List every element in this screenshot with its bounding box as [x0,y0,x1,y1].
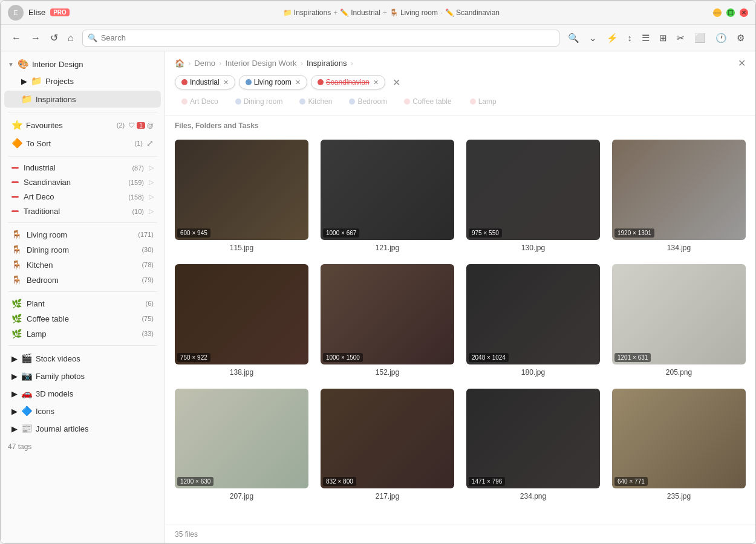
titlebar-tab-3[interactable]: 🪑Living room [389,8,438,17]
sidebar-collection-3d-models[interactable]: ▶ 🚗 3D models [4,385,161,402]
file-item[interactable]: 640 × 771 235.jpg [612,389,746,501]
file-item[interactable]: 1000 × 667 121.jpg [321,140,454,252]
inactive-tag-dining-room[interactable]: Dining room [229,94,290,109]
search-input[interactable] [101,33,554,42]
sidebar-collection-stock-videos[interactable]: ▶ 🎬 Stock videos [4,350,161,367]
back-button[interactable]: ← [8,30,25,46]
inactive-tag-kitchen[interactable]: Kitchen [293,94,339,109]
sidebar-tag-scandinavian[interactable]: Scandinavian (159) ▷ [4,175,161,189]
search-toggle-button[interactable]: 🔍 [564,30,583,46]
room-icon: 🪑 [11,230,22,239]
tag-chip-close-icon[interactable]: ✕ [373,79,379,86]
sidebar-room-living-room[interactable]: 🪑 Living room (171) [4,227,161,242]
suggest-tag-coffee-table[interactable]: Coffee table [397,94,458,109]
sidebar-object-lamp[interactable]: 🌿 Lamp (33) [4,326,161,341]
file-item[interactable]: 1471 × 796 234.png [466,389,600,501]
sidebar-room-kitchen[interactable]: 🪑 Kitchen (78) [4,257,161,272]
file-item[interactable]: 1201 × 631 205.png [612,264,746,377]
tag-chip-close-icon[interactable]: ✕ [223,79,229,86]
sidebar-object-plant[interactable]: 🌿 Plant (6) [4,296,161,311]
chevron-right-icon: ▶ [11,424,18,433]
sidebar-collection-icons[interactable]: ▶ 🔷 Icons [4,403,161,419]
sidebar-object-coffee-table[interactable]: 🌿 Coffee table (75) [4,311,161,326]
titlebar-tab-2[interactable]: ✏️Industrial [340,8,380,17]
lightning-button[interactable]: ⚡ [603,30,622,46]
split-button[interactable]: ⬜ [691,30,709,46]
sort-button[interactable]: ↕ [624,30,636,46]
file-item[interactable]: 1920 × 1301 134.jpg [612,140,746,252]
titlebar-tab-1[interactable]: 📁Inspirations [283,8,331,17]
columns-button[interactable]: ⊞ [656,30,671,46]
sidebar-collection-journal-articles[interactable]: ▶ 📰 Journal articles [4,420,161,437]
inactive-tag-bedroom[interactable]: Bedroom [342,94,394,109]
inactive-tag-dot [299,99,305,105]
file-item[interactable]: 600 × 945 115.jpg [175,140,308,252]
file-item[interactable]: 1200 × 630 207.jpg [175,389,308,501]
sidebar-tag-industrial[interactable]: Industrial (87) ▷ [4,161,161,175]
forward-button[interactable]: → [27,30,44,46]
close-tags-row-button[interactable]: ✕ [393,77,400,88]
settings-button[interactable]: ⚙ [733,30,748,46]
room-count: (79) [142,276,154,283]
sidebar-item-projects[interactable]: ▶ 📁 Projects [4,73,161,89]
room-count: (78) [142,261,154,268]
filter-down-button[interactable]: ⌄ [585,30,601,46]
inactive-tag-dot [349,99,355,105]
file-item[interactable]: 975 × 550 130.jpg [466,140,600,252]
content-pane: 🏠 › Demo › Interior Design Work › Inspir… [165,51,755,543]
list-view-button[interactable]: ☰ [638,30,653,46]
room-icon: 🪑 [11,275,22,285]
home-button[interactable]: ⌂ [64,30,77,46]
breadcrumb-demo[interactable]: Demo [194,59,215,68]
maximize-button[interactable]: □ [726,8,735,17]
inactive-tag-art-deco[interactable]: Art Deco [175,94,225,109]
content-footer: 35 files [165,525,755,543]
close-header-button[interactable]: ✕ [738,57,746,69]
object-icon: 🌿 [11,329,22,338]
tag-chip-living-room[interactable]: Living room ✕ [239,75,307,89]
cut-button[interactable]: ✂ [673,30,688,46]
sort-icon: ⤢ [146,138,154,148]
breadcrumb-home[interactable]: 🏠 [175,59,184,68]
tag-count: (159) [128,179,144,186]
file-item[interactable]: 1000 × 1500 152.jpg [321,264,454,377]
search-bar[interactable]: 🔍 [82,30,559,47]
sidebar-root-toggle[interactable]: ▼ 🎨 Interior Design [1,56,165,72]
collection-icon: 📷 [21,371,32,381]
titlebar-tab-4[interactable]: ✏️Scandinavian [445,8,500,17]
favourites-badges: 🛡 1 @ [128,121,154,129]
sidebar-tag-art-deco[interactable]: Art Deco (158) ▷ [4,190,161,204]
file-item[interactable]: 750 × 922 138.jpg [175,264,308,377]
file-thumbnail: 2048 × 1024 [466,264,600,364]
file-item[interactable]: 2048 × 1024 180.jpg [466,264,600,377]
sidebar-collection-family-photos[interactable]: ▶ 📷 Family photos [4,368,161,384]
sidebar-room-dining-room[interactable]: 🪑 Dining room (30) [4,242,161,257]
sidebar-item-favourites[interactable]: ⭐ Favourites (2) 🛡 1 @ [4,117,161,134]
file-dimensions: 600 × 945 [177,228,210,238]
minimize-button[interactable]: — [713,8,722,17]
refresh-button[interactable]: ↺ [47,30,62,46]
suggest-tag-lamp[interactable]: Lamp [463,94,503,109]
favourites-icon: ⭐ [11,120,22,131]
file-thumbnail: 1000 × 667 [321,140,454,240]
history-button[interactable]: 🕐 [712,30,731,46]
user-name: Elise [28,8,45,17]
sidebar-tag-traditional[interactable]: Traditional (10) ▷ [4,204,161,218]
tab-sep-2: + [383,8,387,17]
tag-chip-industrial[interactable]: Industrial ✕ [175,75,235,89]
tag-chip-close-icon[interactable]: ✕ [295,79,301,86]
tag-chip-scandinavian[interactable]: Scandinavian ✕ [311,75,385,89]
file-item[interactable]: 832 × 800 217.jpg [321,389,454,501]
arrow-icon: ▷ [149,193,154,201]
sidebar-room-bedroom[interactable]: 🪑 Bedroom (79) [4,273,161,287]
object-label: Lamp [27,329,137,338]
tag-count-label: 47 tags [8,442,31,451]
sidebar-item-tosort[interactable]: 🔶 To Sort (1) ⤢ [4,135,161,152]
breadcrumb-idw[interactable]: Interior Design Work [225,59,296,68]
breadcrumb-inspirations[interactable]: Inspirations [307,59,347,68]
sidebar-item-inspirations[interactable]: 📁 Inspirations [4,91,161,108]
divider-1 [8,112,157,112]
tag-label: Industrial [24,163,127,172]
close-button[interactable]: × [740,8,748,17]
breadcrumb-sep-1: › [188,59,191,68]
